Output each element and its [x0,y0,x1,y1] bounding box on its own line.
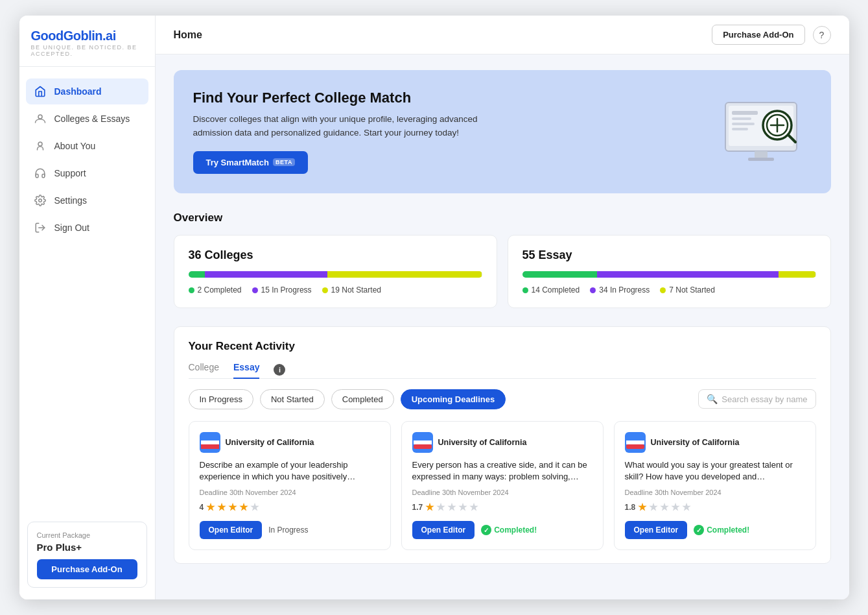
main-area: Home Purchase Add-On ? Find Your Perfect… [156,16,849,599]
sidebar-item-signout[interactable]: Sign Out [26,215,148,241]
colleges-progress-bar [189,271,482,278]
essays-legend-dot-completed [522,287,528,293]
essay-card-1: University of California Describe an exa… [189,421,391,551]
star-1-3: ★ [228,501,237,513]
svg-rect-6 [732,111,758,115]
promo-banner: Find Your Perfect College Match Discover… [174,70,831,193]
deadline-3: Deadline 30th November 2024 [625,488,805,496]
uni-icon-1 [200,432,220,453]
filter-completed[interactable]: Completed [331,389,394,409]
essays-completed-seg [522,271,598,278]
star-3-5: ★ [682,501,690,513]
colleges-completed-seg [189,271,205,278]
card-footer-2: Open Editor ✓ Completed! [412,521,592,539]
uc-flag-icon-3 [626,436,644,449]
topbar: Home Purchase Add-On ? [156,16,849,54]
banner-image [709,90,813,174]
essays-inprogress-seg [597,271,779,278]
sidebar-purchase-btn[interactable]: Purchase Add-On [37,559,137,579]
sidebar-item-label: Colleges & Essays [54,114,130,124]
sidebar-item-label: Dashboard [54,86,102,97]
star-1-2: ★ [217,501,226,513]
status-completed-2: ✓ Completed! [481,525,537,535]
sidebar-item-settings[interactable]: Settings [26,187,148,213]
banner-content: Find Your Perfect College Match Discover… [193,90,709,174]
legend-dot-inprogress [252,287,258,293]
support-icon [34,167,47,180]
uni-name-1: University of California [226,438,314,447]
uni-icon-2 [412,432,433,453]
essays-legend-completed: 14 Completed [522,285,580,295]
legend-label-completed: 2 Completed [198,285,242,295]
colleges-inprogress-seg [205,271,327,278]
svg-rect-8 [732,123,755,125]
essay-text-3: What would you say is your greatest tale… [625,459,805,484]
star-2-4: ★ [458,501,467,513]
content-area: Find Your Perfect College Match Discover… [156,54,849,599]
logo: GoodGoblin.ai BE UNIQUE. BE NOTICED. BE … [19,16,155,67]
essays-overview-card: 55 Essay 14 Completed 34 In Pro [508,235,831,308]
star-1-4: ★ [239,501,248,513]
banner-title: Find Your Perfect College Match [193,90,709,106]
search-icon: 🔍 [707,394,718,404]
open-editor-btn-2[interactable]: Open Editor [412,521,475,539]
home-icon [34,85,47,98]
essay-cards-row: University of California Describe an exa… [189,421,816,551]
smartmatch-btn[interactable]: Try SmartMatch BETA [193,151,308,174]
legend-label-notstarted: 19 Not Started [331,285,381,295]
filters-row: In Progress Not Started Completed Upcomi… [189,389,816,409]
filter-upcoming[interactable]: Upcoming Deadlines [401,389,506,409]
filter-in-progress[interactable]: In Progress [189,389,253,409]
svg-point-0 [38,115,42,119]
open-editor-btn-3[interactable]: Open Editor [625,521,688,539]
sidebar-item-about[interactable]: About You [26,133,148,159]
filter-not-started[interactable]: Not Started [260,389,325,409]
beta-badge: BETA [273,158,295,166]
card-uni-row-1: University of California [200,432,380,453]
star-1-5: ★ [250,501,259,513]
card-uni-row-2: University of California [412,432,592,453]
tab-essay[interactable]: Essay [233,362,259,379]
sidebar-item-colleges[interactable]: Colleges & Essays [26,106,148,132]
sidebar: GoodGoblin.ai BE UNIQUE. BE NOTICED. BE … [19,16,156,599]
essay-card-3: University of California What would you … [614,421,816,551]
package-name: Pro Plus+ [37,542,137,553]
topbar-right: Purchase Add-On ? [712,25,830,45]
legend-inprogress: 15 In Progress [252,285,312,295]
colleges-legend: 2 Completed 15 In Progress 19 Not Starte… [189,285,482,295]
purchase-addon-btn[interactable]: Purchase Add-On [712,25,804,45]
colleges-icon [34,112,47,125]
legend-completed: 2 Completed [189,285,242,295]
help-btn[interactable]: ? [813,26,831,44]
essays-card-title: 55 Essay [522,248,816,262]
star-3-2: ★ [649,501,657,513]
essays-legend-dot-inprogress [590,287,596,293]
svg-point-1 [38,142,42,146]
sidebar-item-dashboard[interactable]: Dashboard [26,78,148,104]
card-footer-1: Open Editor In Progress [200,521,380,539]
card-footer-3: Open Editor ✓ Completed! [625,521,805,539]
star-2-1: ★ [425,501,434,513]
sidebar-item-support[interactable]: Support [26,160,148,186]
sidebar-item-label: Support [54,168,86,178]
star-3-1: ★ [638,501,646,513]
uc-flag-icon [201,436,219,449]
completed-label-3: Completed! [707,525,749,535]
open-editor-btn-1[interactable]: Open Editor [200,521,263,539]
stars-row-3: 1.8 ★ ★ ★ ★ ★ [625,501,805,513]
filter-buttons: In Progress Not Started Completed Upcomi… [189,389,506,409]
check-icon-3: ✓ [694,525,704,535]
svg-rect-7 [732,117,751,120]
svg-rect-26 [626,444,644,449]
svg-rect-15 [755,151,768,158]
sidebar-item-label: Sign Out [54,223,89,233]
legend-notstarted: 19 Not Started [322,285,381,295]
essay-search-box[interactable]: 🔍 Search essay by name [698,389,815,409]
tab-info-icon[interactable]: i [274,364,285,376]
essays-legend-notstarted: 7 Not Started [660,285,715,295]
svg-rect-22 [414,440,432,444]
recent-activity-section: Your Recent Activity College Essay i In … [174,326,831,564]
card-uni-row-3: University of California [625,432,805,453]
tab-college[interactable]: College [189,362,219,379]
search-placeholder: Search essay by name [721,394,807,404]
